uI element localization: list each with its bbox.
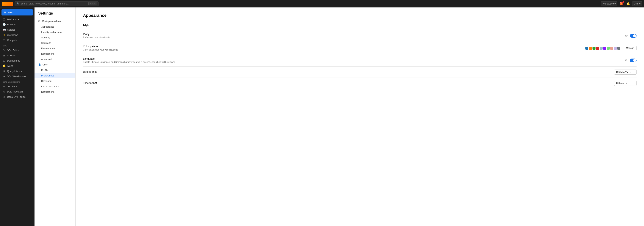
- sidebar-item-job-runs[interactable]: ≣ Job Runs: [0, 84, 34, 89]
- sidebar-item-delta-live-tables[interactable]: ◈ Delta Live Tables: [0, 94, 34, 100]
- user-chevron-icon: ▾: [639, 2, 640, 5]
- nav-item-identity[interactable]: Identity and access: [34, 30, 75, 35]
- sidebar-item-queries[interactable]: ⊞ Queries: [0, 53, 34, 58]
- sidebar-item-workspace[interactable]: ⬚ Workspace: [0, 16, 34, 22]
- sidebar-label-compute: Compute: [7, 39, 17, 42]
- settings-title: Settings: [34, 11, 75, 18]
- workspace-admin-section[interactable]: ⊞ Workspace admin: [34, 18, 75, 24]
- nav-item-profile[interactable]: Profile: [34, 68, 75, 73]
- workflows-icon: ⚡: [2, 34, 6, 36]
- sidebar-item-workflows[interactable]: ⚡ Workflows: [0, 32, 34, 38]
- time-format-info: Time format: [83, 82, 614, 85]
- workspace-admin-icon: ⊞: [38, 20, 40, 22]
- nav-item-preferences[interactable]: Preferences: [34, 73, 75, 78]
- language-toggle-label: On: [625, 59, 628, 62]
- time-format-dropdown[interactable]: HH:mm ▾: [614, 81, 636, 86]
- nav-item-linked-accounts[interactable]: Linked accounts: [34, 84, 75, 89]
- swatch-10: [617, 46, 620, 50]
- search-placeholder: Search data, notebooks, recents, and mor…: [20, 2, 87, 5]
- language-toggle-container: On: [625, 58, 636, 62]
- sidebar: ⊕ New ⬚ Workspace 🕐 Recents 📖 Catalog ⚡ …: [0, 8, 34, 226]
- sidebar-label-sql-editor: SQL Editor: [7, 49, 19, 52]
- sidebar-label-recents: Recents: [7, 23, 16, 26]
- date-format-dropdown[interactable]: DD/MM/YY ▾: [614, 70, 636, 74]
- workspace-selector[interactable]: Workspace ▾: [601, 1, 617, 6]
- swatch-7: [607, 46, 610, 50]
- bell-icon: 🔔: [626, 2, 630, 5]
- topbar-right: Workspace ▾ 🎁 🔔 User ▾: [601, 1, 642, 6]
- settings-panel: Settings ⊞ Workspace admin Appearance Id…: [34, 8, 76, 226]
- nav-item-compute[interactable]: Compute: [34, 40, 75, 46]
- sidebar-item-recents[interactable]: 🕐 Recents: [0, 22, 34, 27]
- sidebar-item-data-ingestion[interactable]: ⊕ Data Ingestion: [0, 89, 34, 94]
- nav-item-developer[interactable]: Developer: [34, 78, 75, 84]
- color-palette-row: Color palette Color palette for your vis…: [83, 42, 636, 54]
- time-format-label: Time format: [83, 82, 614, 84]
- query-history-icon: ≡: [2, 70, 6, 72]
- color-palette-info: Color palette Color palette for your vis…: [83, 45, 586, 51]
- date-format-value: DD/MM/YY: [616, 71, 628, 74]
- alerts-icon: 🔔: [2, 64, 6, 67]
- plotly-setting-row: Plotly Refreshed data visualization On: [83, 30, 636, 42]
- notifications-button[interactable]: 🔔: [626, 2, 631, 6]
- sidebar-label-queries: Queries: [7, 54, 16, 57]
- sidebar-item-query-history[interactable]: ≡ Query History: [0, 68, 34, 74]
- color-swatches: [586, 46, 620, 50]
- sidebar-item-catalog[interactable]: 📖 Catalog: [0, 27, 34, 32]
- sidebar-item-alerts[interactable]: 🔔 Alerts: [0, 63, 34, 68]
- gift-button[interactable]: 🎁: [619, 2, 624, 6]
- swatch-9: [614, 46, 617, 50]
- sidebar-label-alerts: Alerts: [7, 64, 13, 67]
- main-content: Appearance SQL Plotly Refreshed data vis…: [76, 8, 644, 226]
- gift-icon: 🎁: [620, 2, 623, 5]
- sidebar-item-compute[interactable]: ◻ Compute: [0, 38, 34, 43]
- language-setting-row: Language Enable Chinese, Japanese, and K…: [83, 54, 636, 66]
- search-bar[interactable]: 🔍 Search data, notebooks, recents, and m…: [14, 1, 98, 6]
- workspace-label: Workspace: [602, 2, 614, 5]
- sidebar-item-sql-warehouses[interactable]: ◈ SQL Warehouses: [0, 74, 34, 79]
- user-section[interactable]: 👤 User: [34, 62, 75, 68]
- plotly-info: Plotly Refreshed data visualization: [83, 33, 625, 39]
- language-toggle[interactable]: [630, 58, 636, 62]
- swatch-3: [592, 46, 596, 50]
- plotly-label: Plotly: [83, 33, 625, 36]
- nav-item-appearance[interactable]: Appearance: [34, 24, 75, 30]
- user-section-label: User: [42, 64, 48, 66]
- swatch-6: [603, 46, 606, 50]
- manage-button[interactable]: Manage: [624, 46, 636, 50]
- date-format-row: Date format DD/MM/YY ▾: [83, 66, 636, 78]
- sidebar-item-sql-editor[interactable]: ✎ SQL Editor: [0, 48, 34, 53]
- user-selector[interactable]: User ▾: [632, 1, 642, 6]
- nav-item-notifications-user[interactable]: Notifications: [34, 89, 75, 94]
- sql-section-heading: SQL: [83, 23, 636, 27]
- catalog-icon: 📖: [2, 28, 6, 31]
- sql-editor-icon: ✎: [2, 49, 6, 52]
- sidebar-label-job-runs: Job Runs: [7, 85, 17, 88]
- language-label: Language: [83, 57, 625, 60]
- chevron-down-icon: ▾: [614, 2, 616, 5]
- main-layout: ⊕ New ⬚ Workspace 🕐 Recents 📖 Catalog ⚡ …: [0, 8, 644, 226]
- nav-item-notifications-workspace[interactable]: Notifications: [34, 51, 75, 56]
- nav-item-development[interactable]: Development: [34, 46, 75, 51]
- swatch-1: [586, 46, 588, 50]
- job-runs-icon: ≣: [2, 85, 6, 88]
- workspace-admin-label: Workspace admin: [42, 20, 61, 22]
- plotly-control: On: [625, 34, 636, 38]
- swatch-2: [589, 46, 592, 50]
- new-button-label: New: [8, 11, 12, 14]
- plotly-toggle[interactable]: [630, 34, 636, 38]
- nav-item-advanced[interactable]: Advanced: [34, 56, 75, 62]
- sidebar-item-dashboards[interactable]: ⊟ Dashboards: [0, 58, 34, 63]
- time-format-control: HH:mm ▾: [614, 81, 636, 86]
- new-button[interactable]: ⊕ New: [2, 9, 33, 16]
- logo: [2, 2, 13, 6]
- sql-section-label: SQL: [0, 43, 34, 48]
- workspace-icon: ⬚: [2, 18, 6, 21]
- time-format-row: Time format HH:mm ▾: [83, 78, 636, 89]
- plotly-toggle-label: On: [625, 34, 628, 37]
- sidebar-label-data-ingestion: Data Ingestion: [7, 90, 23, 93]
- user-label: User: [634, 2, 638, 5]
- sidebar-label-workflows: Workflows: [7, 34, 18, 36]
- nav-item-security[interactable]: Security: [34, 35, 75, 40]
- queries-icon: ⊞: [2, 54, 6, 57]
